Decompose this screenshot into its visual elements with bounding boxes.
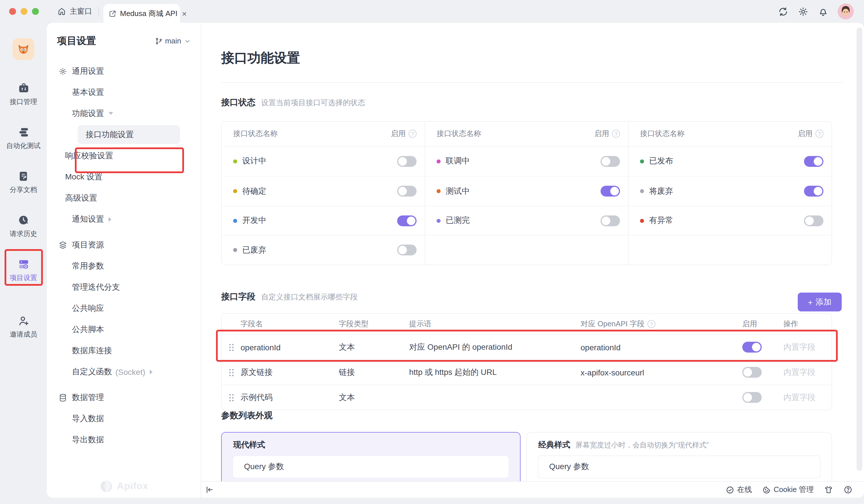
question-icon[interactable]: ? xyxy=(815,130,824,138)
theme-shirt-icon[interactable] xyxy=(824,485,833,494)
sidebar-item-label: 自定义函数 xyxy=(72,367,112,377)
titlebar: 主窗口 Medusa 商城 API × xyxy=(0,0,864,23)
minimize-window-button[interactable] xyxy=(21,8,27,15)
status-enable-header: 启用 xyxy=(594,129,609,139)
close-window-button[interactable] xyxy=(9,8,16,15)
scrollbar[interactable] xyxy=(856,27,862,471)
rail-item-label: 项目设置 xyxy=(10,273,37,283)
sidebar-item-管理迭代分支[interactable]: 管理迭代分支 xyxy=(47,277,201,298)
field-toggle[interactable] xyxy=(742,342,762,352)
status-enable-header: 启用 xyxy=(391,129,406,139)
status-color-dot xyxy=(640,189,644,193)
sidebar-item-label: 高级设置 xyxy=(65,193,97,203)
status-color-dot xyxy=(640,159,644,164)
settings-sidebar: 项目设置 main 通用设置基本设置功能设置接口功能设置响应校验设置Mock 设… xyxy=(47,23,201,498)
rail-item-share[interactable]: 分享文档 xyxy=(0,164,47,207)
sidebar-item-基本设置[interactable]: 基本设置 xyxy=(47,82,201,103)
status-toggle[interactable] xyxy=(397,186,417,196)
sidebar-item-响应校验设置[interactable]: 响应校验设置 xyxy=(47,145,201,166)
rail-item-invite[interactable]: 邀请成员 xyxy=(0,308,47,352)
add-field-button[interactable]: + 添加 xyxy=(798,292,842,311)
appearance-section-title: 参数列表外观 xyxy=(221,410,273,421)
caret-down-icon xyxy=(109,112,113,115)
question-icon[interactable]: ? xyxy=(647,320,656,328)
sidebar-item-导入数据[interactable]: 导入数据 xyxy=(47,408,201,429)
collapse-sidebar-button[interactable] xyxy=(205,484,215,495)
user-avatar[interactable] xyxy=(838,3,854,20)
sidebar-item-公共响应[interactable]: 公共响应 xyxy=(47,298,201,319)
status-name: 开发中 xyxy=(242,215,266,226)
field-toggle[interactable] xyxy=(742,367,762,378)
sidebar-item-数据库连接[interactable]: 数据库连接 xyxy=(47,340,201,361)
rail-item-project[interactable]: 项目设置 xyxy=(0,251,47,296)
status-toggle[interactable] xyxy=(601,215,620,226)
status-toggle[interactable] xyxy=(397,244,417,255)
status-name: 设计中 xyxy=(242,156,266,167)
status-enable-header: 启用 xyxy=(798,129,813,139)
status-toggle[interactable] xyxy=(601,186,620,196)
status-toggle[interactable] xyxy=(601,156,620,167)
close-tab-icon[interactable]: × xyxy=(182,10,187,17)
status-footer: 在线 Cookie 管理 xyxy=(201,481,864,498)
status-color-dot xyxy=(436,189,441,193)
field-name: 原文链接 xyxy=(241,367,339,377)
status-toggle[interactable] xyxy=(397,156,417,167)
status-color-dot xyxy=(640,219,644,223)
status-toggle[interactable] xyxy=(804,156,824,167)
rail-item-history[interactable]: 请求历史 xyxy=(0,207,47,251)
field-hint: 对应 OpenAPI 的 operationId xyxy=(409,342,580,352)
drag-handle-icon[interactable] xyxy=(222,394,241,401)
status-column-header: 接口状态名称启用? xyxy=(222,122,424,147)
status-color-dot xyxy=(436,159,441,164)
zoom-window-button[interactable] xyxy=(32,8,39,15)
sync-icon[interactable] xyxy=(778,6,789,17)
sidebar-item-数据管理[interactable]: 数据管理 xyxy=(47,387,201,408)
field-toggle[interactable] xyxy=(742,392,762,403)
rail-item-auto[interactable]: 自动化测试 xyxy=(0,119,47,164)
field-type: 链接 xyxy=(339,367,409,377)
drag-handle-icon[interactable] xyxy=(222,343,241,351)
sidebar-item-项目资源[interactable]: 项目资源 xyxy=(47,234,201,255)
project-logo[interactable] xyxy=(13,38,34,60)
question-icon[interactable]: ? xyxy=(612,130,620,138)
sidebar-item-常用参数[interactable]: 常用参数 xyxy=(47,255,201,277)
settings-gear-icon[interactable] xyxy=(798,6,808,17)
col-field-name: 字段名 xyxy=(241,319,339,329)
online-status[interactable]: 在线 xyxy=(726,484,752,495)
status-color-dot xyxy=(436,219,441,223)
status-color-dot xyxy=(233,159,237,164)
sidebar-item-高级设置[interactable]: 高级设置 xyxy=(47,188,201,208)
status-toggle[interactable] xyxy=(397,215,417,226)
main-window-tab[interactable]: 主窗口 xyxy=(57,4,92,18)
fields-table-header: 字段名字段类型提示语对应 OpenAPI 字段?启用操作 xyxy=(222,314,831,334)
sidebar-item-label: 导出数据 xyxy=(72,435,104,445)
sidebar-item-label: 通用设置 xyxy=(72,66,104,76)
notifications-bell-icon[interactable] xyxy=(818,6,829,17)
help-icon[interactable] xyxy=(843,485,853,494)
window-controls[interactable] xyxy=(9,8,39,15)
caret-right-icon xyxy=(150,370,153,374)
sidebar-item-功能设置[interactable]: 功能设置 xyxy=(47,103,201,124)
sidebar-item-公共脚本[interactable]: 公共脚本 xyxy=(47,319,201,340)
project-tab[interactable]: Medusa 商城 API × xyxy=(104,4,180,23)
status-toggle[interactable] xyxy=(804,215,824,226)
sidebar-item-通用设置[interactable]: 通用设置 xyxy=(47,61,201,82)
apifox-watermark: Apifox xyxy=(47,479,201,493)
modern-style-card[interactable]: 现代样式 Query 参数 xyxy=(221,432,520,481)
sidebar-item-通知设置[interactable]: 通知设置 xyxy=(47,208,201,230)
rail-item-label: 分享文档 xyxy=(10,185,37,195)
cookie-manager[interactable]: Cookie 管理 xyxy=(762,484,814,495)
sidebar-item-Mock 设置[interactable]: Mock 设置 xyxy=(47,166,201,188)
drag-handle-icon[interactable] xyxy=(222,368,241,376)
status-color-dot xyxy=(233,189,237,193)
question-icon[interactable]: ? xyxy=(409,130,417,138)
status-toggle[interactable] xyxy=(804,186,824,196)
sidebar-item-接口功能设置[interactable]: 接口功能设置 xyxy=(47,124,201,145)
sidebar-item-导出数据[interactable]: 导出数据 xyxy=(47,429,201,450)
classic-style-card[interactable]: 经典样式 屏幕宽度过小时，会自动切换为“现代样式” Query 参数 xyxy=(526,432,832,481)
classic-style-label: 经典样式 xyxy=(538,440,570,450)
branch-selector[interactable]: main xyxy=(155,37,191,45)
rail-item-api[interactable]: 接口管理 xyxy=(0,75,47,119)
sidebar-item-自定义函数[interactable]: 自定义函数(Socket) xyxy=(47,361,201,382)
page-title: 接口功能设置 xyxy=(221,49,300,67)
